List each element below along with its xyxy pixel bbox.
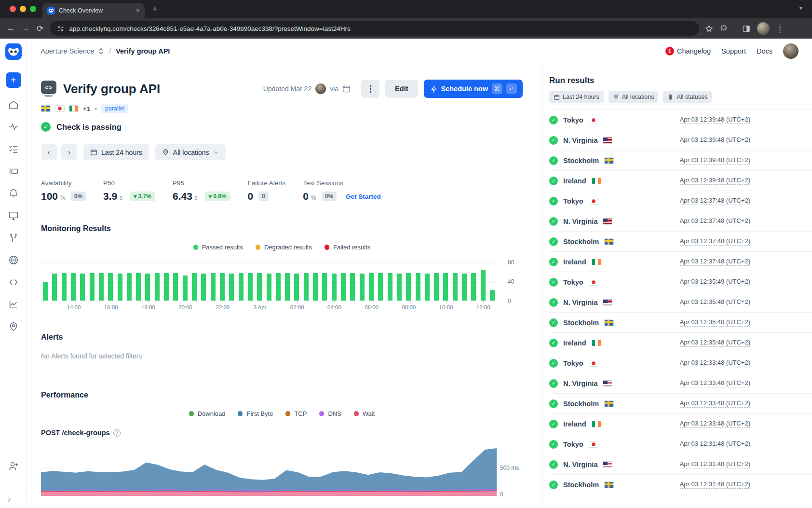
run-result-row[interactable]: ✓N. VirginiaApr 03 12:35:48 (UTC+2) <box>549 292 812 312</box>
run-result-row[interactable]: ✓StockholmApr 03 12:33:48 (UTC+2) <box>549 393 812 413</box>
back-button[interactable]: ← <box>7 24 15 33</box>
result-bar[interactable] <box>416 273 420 301</box>
result-bar[interactable] <box>183 275 188 301</box>
run-result-row[interactable]: ✓N. VirginiaApr 03 12:31:48 (UTC+2) <box>549 454 812 474</box>
private-locations-globe-icon[interactable] <box>8 255 19 265</box>
checks-list-icon[interactable] <box>8 144 19 154</box>
result-bar[interactable] <box>118 274 122 301</box>
result-bar[interactable] <box>462 274 467 301</box>
result-bar[interactable] <box>350 273 355 301</box>
result-bar[interactable] <box>62 273 67 301</box>
get-started-link[interactable]: Get Started <box>346 193 381 200</box>
result-bar[interactable] <box>99 273 104 301</box>
result-bar[interactable] <box>145 274 150 301</box>
run-result-row[interactable]: ✓IrelandApr 03 12:39:48 (UTC+2) <box>549 170 812 191</box>
result-bar[interactable] <box>239 273 244 301</box>
groups-icon[interactable] <box>8 166 19 177</box>
tab-search-caret-icon[interactable]: ▾ <box>799 5 802 12</box>
maintenance-icon[interactable] <box>8 233 19 243</box>
result-bar[interactable] <box>257 273 262 301</box>
breadcrumb-account[interactable]: Aperture Science <box>41 47 94 55</box>
side-panel-icon[interactable] <box>742 25 750 33</box>
run-timestamp-link[interactable]: Apr 03 12:37:48 (UTC+2) <box>680 237 750 246</box>
run-result-row[interactable]: ✓IrelandApr 03 12:37:48 (UTC+2) <box>549 251 812 272</box>
more-actions-button[interactable] <box>361 80 379 98</box>
reload-button[interactable]: ⟳ <box>37 24 43 34</box>
run-result-row[interactable]: ✓StockholmApr 03 12:37:48 (UTC+2) <box>549 231 812 251</box>
result-bar[interactable] <box>52 274 57 301</box>
tab-close-icon[interactable]: × <box>136 7 140 14</box>
minimize-window-button[interactable] <box>20 6 26 12</box>
extensions-icon[interactable] <box>720 25 728 33</box>
analytics-chart-icon[interactable] <box>8 299 19 310</box>
fullscreen-window-button[interactable] <box>30 6 36 12</box>
run-timestamp-link[interactable]: Apr 03 12:37:48 (UTC+2) <box>680 258 750 266</box>
run-results-locations-filter[interactable]: All locations <box>609 91 659 103</box>
result-bar[interactable] <box>155 273 160 301</box>
browser-profile-avatar[interactable] <box>757 22 770 35</box>
schedule-now-button[interactable]: Schedule now ⌘ ↵ <box>424 80 523 98</box>
result-bar[interactable] <box>443 273 448 301</box>
bookmark-star-icon[interactable] <box>705 25 713 33</box>
result-bar[interactable] <box>136 273 141 301</box>
run-result-row[interactable]: ✓TokyoApr 03 12:35:49 (UTC+2) <box>549 272 812 292</box>
run-result-row[interactable]: ✓IrelandApr 03 12:33:48 (UTC+2) <box>549 413 812 434</box>
result-bar[interactable] <box>341 273 346 301</box>
result-bar[interactable] <box>229 274 234 301</box>
run-result-row[interactable]: ✓TokyoApr 03 12:39:48 (UTC+2) <box>549 110 812 130</box>
result-bar[interactable] <box>369 273 374 301</box>
browser-tab[interactable]: Check Overview × <box>42 3 145 18</box>
result-bar[interactable] <box>322 273 327 301</box>
result-bar[interactable] <box>108 273 113 301</box>
docs-link[interactable]: Docs <box>757 47 772 55</box>
checkly-logo[interactable] <box>5 43 22 60</box>
site-settings-icon[interactable] <box>57 25 64 32</box>
locations-pin-icon[interactable] <box>8 321 19 332</box>
address-bar[interactable]: app.checklyhq.com/checks/3264c851-e5ae-4… <box>50 21 699 36</box>
run-timestamp-link[interactable]: Apr 03 12:39:48 (UTC+2) <box>680 177 750 185</box>
run-timestamp-link[interactable]: Apr 03 12:31:48 (UTC+2) <box>680 440 750 448</box>
result-bar[interactable] <box>90 273 95 301</box>
run-timestamp-link[interactable]: Apr 03 12:35:48 (UTC+2) <box>680 318 750 327</box>
invite-user-icon[interactable] <box>8 461 19 471</box>
run-result-row[interactable]: ✓IrelandApr 03 12:35:48 (UTC+2) <box>549 332 812 353</box>
result-bar[interactable] <box>471 273 476 301</box>
run-timestamp-link[interactable]: Apr 03 12:35:48 (UTC+2) <box>680 298 750 306</box>
home-icon[interactable] <box>8 99 19 110</box>
new-tab-button[interactable]: + <box>152 4 158 14</box>
result-bar[interactable] <box>481 270 486 301</box>
run-timestamp-link[interactable]: Apr 03 12:39:48 (UTC+2) <box>680 136 750 144</box>
next-period-button[interactable]: › <box>61 144 77 160</box>
result-bar[interactable] <box>276 273 281 301</box>
run-timestamp-link[interactable]: Apr 03 12:33:48 (UTC+2) <box>680 420 750 428</box>
run-timestamp-link[interactable]: Apr 03 12:33:48 (UTC+2) <box>680 379 750 387</box>
create-new-button[interactable]: + <box>6 72 21 88</box>
result-bar[interactable] <box>360 274 365 301</box>
chrome-menu-icon[interactable]: ⋮⋮ <box>776 26 784 31</box>
expand-sidebar-button[interactable] <box>0 491 27 508</box>
result-bar[interactable] <box>294 274 299 301</box>
help-icon[interactable]: ? <box>113 429 121 437</box>
run-timestamp-link[interactable]: Apr 03 12:35:49 (UTC+2) <box>680 278 750 286</box>
result-bar[interactable] <box>267 274 271 301</box>
forward-button[interactable]: → <box>22 24 30 33</box>
result-bar[interactable] <box>490 290 495 301</box>
close-window-button[interactable] <box>10 6 16 12</box>
run-timestamp-link[interactable]: Apr 03 12:39:48 (UTC+2) <box>680 156 750 165</box>
result-bar[interactable] <box>43 282 48 301</box>
run-timestamp-link[interactable]: Apr 03 12:31:48 (UTC+2) <box>680 481 750 489</box>
result-bar[interactable] <box>313 273 318 301</box>
result-bar[interactable] <box>71 273 76 301</box>
alerts-bell-icon[interactable] <box>8 188 19 199</box>
result-bar[interactable] <box>220 273 225 301</box>
account-switcher-icon[interactable] <box>98 47 104 55</box>
run-timestamp-link[interactable]: Apr 03 12:33:48 (UTC+2) <box>680 399 750 408</box>
run-timestamp-link[interactable]: Apr 03 12:35:48 (UTC+2) <box>680 339 750 347</box>
result-bar[interactable] <box>201 274 206 301</box>
run-result-row[interactable]: ✓TokyoApr 03 12:31:48 (UTC+2) <box>549 434 812 454</box>
edit-button[interactable]: Edit <box>385 80 418 98</box>
result-bar[interactable] <box>434 273 439 301</box>
run-timestamp-link[interactable]: Apr 03 12:37:48 (UTC+2) <box>680 197 750 205</box>
support-link[interactable]: Support <box>721 47 746 55</box>
result-bar[interactable] <box>127 273 132 301</box>
